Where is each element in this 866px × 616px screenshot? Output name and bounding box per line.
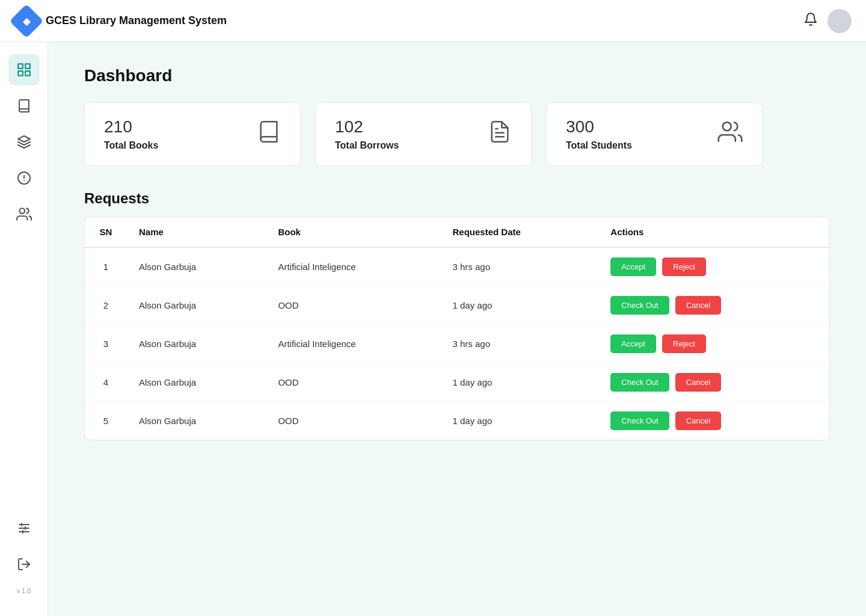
stat-number-borrows: 102 — [335, 117, 399, 137]
action-btn-primary[interactable]: Check Out — [610, 296, 669, 315]
sidebar: v 1.0 — [0, 42, 48, 616]
notification-icon[interactable] — [803, 12, 818, 30]
action-btn-primary[interactable]: Accept — [610, 334, 656, 353]
header-left: ◆ GCES Library Management System — [14, 9, 227, 33]
table-header-row: SN Name Book Requested Date Actions — [85, 217, 829, 247]
svg-point-8 — [19, 208, 25, 214]
action-btn-secondary[interactable]: Cancel — [675, 373, 721, 392]
table-row: 4 Alson Garbuja OOD 1 day ago Check Out … — [85, 363, 829, 402]
cell-date: 1 day ago — [440, 402, 598, 440]
avatar[interactable] — [828, 9, 852, 33]
col-header-book: Book — [266, 217, 440, 247]
sidebar-version: v 1.0 — [17, 587, 31, 594]
svg-point-18 — [723, 122, 731, 131]
books-stat-icon — [257, 120, 281, 149]
svg-rect-1 — [25, 64, 30, 69]
sidebar-item-books[interactable] — [8, 90, 40, 122]
actions-cell: Check Out Cancel — [610, 411, 817, 430]
main-content: Dashboard 210 Total Books 102 — [48, 42, 866, 616]
stat-number-books: 210 — [104, 117, 158, 137]
borrows-stat-icon — [488, 120, 512, 149]
stat-card-borrows: 102 Total Borrows — [315, 102, 532, 166]
col-header-name: Name — [127, 217, 266, 247]
table-row: 2 Alson Garbuja OOD 1 day ago Check Out … — [85, 286, 829, 325]
actions-cell: Accept Reject — [610, 257, 817, 276]
action-btn-primary[interactable]: Accept — [610, 257, 656, 276]
stat-label-students: Total Students — [566, 140, 632, 151]
cell-book: Artificial Inteligence — [266, 247, 440, 286]
svg-rect-3 — [25, 71, 30, 76]
requests-table-wrapper: SN Name Book Requested Date Actions 1 Al… — [84, 217, 830, 440]
stat-label-borrows: Total Borrows — [335, 140, 399, 151]
stat-label-books: Total Books — [104, 140, 158, 151]
sidebar-item-settings[interactable] — [8, 513, 40, 544]
cell-date: 3 hrs ago — [440, 247, 598, 286]
requests-title: Requests — [84, 190, 830, 207]
cell-name: Alson Garbuja — [127, 247, 266, 286]
header-right — [803, 9, 852, 33]
requests-table: SN Name Book Requested Date Actions 1 Al… — [85, 217, 829, 440]
logo-icon: ◆ — [10, 4, 44, 38]
action-btn-primary[interactable]: Check Out — [610, 373, 669, 392]
sidebar-item-dashboard[interactable] — [8, 54, 40, 85]
cell-book: OOD — [266, 363, 440, 402]
cell-sn: 5 — [85, 402, 127, 440]
stat-card-books: 210 Total Books — [84, 102, 301, 166]
cell-date: 3 hrs ago — [440, 325, 598, 363]
svg-marker-4 — [18, 136, 30, 142]
col-header-actions: Actions — [598, 217, 829, 247]
cell-book: OOD — [266, 402, 440, 440]
cell-name: Alson Garbuja — [127, 286, 266, 325]
stat-info-borrows: 102 Total Borrows — [335, 117, 399, 151]
svg-rect-2 — [18, 71, 23, 76]
cell-sn: 4 — [85, 363, 127, 402]
cell-name: Alson Garbuja — [127, 402, 266, 440]
sidebar-bottom: v 1.0 — [8, 513, 40, 604]
cell-actions: Accept Reject — [598, 325, 829, 363]
cell-actions: Check Out Cancel — [598, 402, 829, 440]
table-row: 1 Alson Garbuja Artificial Inteligence 3… — [85, 247, 829, 286]
cell-actions: Check Out Cancel — [598, 363, 829, 402]
cell-name: Alson Garbuja — [127, 325, 266, 363]
action-btn-secondary[interactable]: Reject — [662, 257, 706, 276]
cell-date: 1 day ago — [440, 363, 598, 402]
sidebar-item-logout[interactable] — [8, 549, 40, 580]
cell-sn: 3 — [85, 325, 127, 363]
stat-number-students: 300 — [566, 117, 632, 137]
cell-book: OOD — [266, 286, 440, 325]
actions-cell: Check Out Cancel — [610, 373, 817, 392]
cell-date: 1 day ago — [440, 286, 598, 325]
action-btn-secondary[interactable]: Reject — [662, 334, 706, 353]
table-row: 5 Alson Garbuja OOD 1 day ago Check Out … — [85, 402, 829, 440]
col-header-sn: SN — [85, 217, 127, 247]
layout: v 1.0 Dashboard 210 Total Books — [0, 42, 866, 616]
cell-book: Artificial Inteligence — [266, 325, 440, 363]
stat-info-books: 210 Total Books — [104, 117, 158, 151]
svg-rect-0 — [18, 64, 23, 69]
sidebar-item-alerts[interactable] — [8, 162, 40, 194]
sidebar-item-layers[interactable] — [8, 126, 40, 158]
action-btn-primary[interactable]: Check Out — [610, 411, 669, 430]
action-btn-secondary[interactable]: Cancel — [675, 296, 721, 315]
page-title: Dashboard — [84, 66, 830, 85]
app-title: GCES Library Management System — [46, 14, 227, 27]
stats-row: 210 Total Books 102 Total Borrows — [84, 102, 830, 166]
table-row: 3 Alson Garbuja Artificial Inteligence 3… — [85, 325, 829, 363]
header: ◆ GCES Library Management System — [0, 0, 866, 42]
cell-actions: Check Out Cancel — [598, 286, 829, 325]
stat-card-students: 300 Total Students — [546, 102, 763, 166]
actions-cell: Check Out Cancel — [610, 296, 817, 315]
sidebar-item-students[interactable] — [8, 199, 40, 230]
cell-sn: 2 — [85, 286, 127, 325]
cell-actions: Accept Reject — [598, 247, 829, 286]
cell-sn: 1 — [85, 247, 127, 286]
students-stat-icon — [717, 119, 743, 150]
stat-info-students: 300 Total Students — [566, 117, 632, 151]
actions-cell: Accept Reject — [610, 334, 817, 353]
action-btn-secondary[interactable]: Cancel — [675, 411, 721, 430]
col-header-date: Requested Date — [440, 217, 598, 247]
cell-name: Alson Garbuja — [127, 363, 266, 402]
